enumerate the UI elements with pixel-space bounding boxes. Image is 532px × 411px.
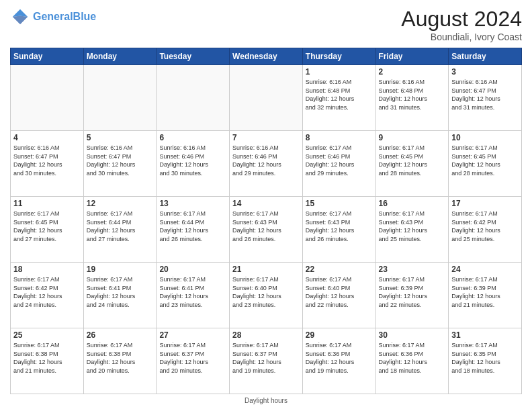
calendar-header-friday: Friday (375, 48, 449, 65)
day-info: Sunrise: 6:17 AM Sunset: 6:38 PM Dayligh… (87, 341, 154, 375)
day-info: Sunrise: 6:17 AM Sunset: 6:43 PM Dayligh… (232, 210, 300, 243)
calendar-cell: 29Sunrise: 6:17 AM Sunset: 6:36 PM Dayli… (302, 328, 375, 394)
day-number: 2 (379, 67, 446, 77)
day-number: 7 (232, 133, 300, 142)
day-info: Sunrise: 6:16 AM Sunset: 6:48 PM Dayligh… (379, 78, 446, 111)
calendar-cell: 1Sunrise: 6:16 AM Sunset: 6:48 PM Daylig… (302, 65, 375, 131)
day-info: Sunrise: 6:17 AM Sunset: 6:38 PM Dayligh… (13, 341, 81, 375)
calendar-week-2: 11Sunrise: 6:17 AM Sunset: 6:45 PM Dayli… (11, 197, 522, 263)
day-info: Sunrise: 6:17 AM Sunset: 6:45 PM Dayligh… (379, 144, 446, 177)
day-info: Sunrise: 6:17 AM Sunset: 6:36 PM Dayligh… (379, 341, 446, 375)
day-number: 20 (159, 265, 226, 274)
day-number: 26 (87, 330, 154, 340)
day-number: 9 (379, 133, 446, 142)
logo-blue: Blue (73, 11, 97, 22)
calendar-cell: 11Sunrise: 6:17 AM Sunset: 6:45 PM Dayli… (11, 197, 84, 263)
day-number: 4 (13, 133, 81, 142)
calendar-cell: 18Sunrise: 6:17 AM Sunset: 6:42 PM Dayli… (11, 263, 84, 328)
calendar-cell: 23Sunrise: 6:17 AM Sunset: 6:39 PM Dayli… (375, 263, 449, 328)
day-info: Sunrise: 6:17 AM Sunset: 6:39 PM Dayligh… (451, 275, 519, 309)
day-number: 10 (451, 133, 519, 142)
day-info: Sunrise: 6:16 AM Sunset: 6:47 PM Dayligh… (13, 144, 81, 177)
day-number: 16 (379, 199, 446, 208)
day-number: 21 (232, 265, 300, 274)
calendar-cell: 26Sunrise: 6:17 AM Sunset: 6:38 PM Dayli… (83, 328, 157, 394)
day-number: 22 (306, 265, 373, 274)
day-number: 27 (159, 330, 226, 340)
day-number: 15 (306, 199, 373, 208)
calendar-cell: 6Sunrise: 6:16 AM Sunset: 6:46 PM Daylig… (157, 131, 230, 197)
calendar-header-tuesday: Tuesday (157, 48, 230, 65)
day-info: Sunrise: 6:17 AM Sunset: 6:46 PM Dayligh… (306, 144, 373, 177)
calendar-cell: 27Sunrise: 6:17 AM Sunset: 6:37 PM Dayli… (157, 328, 230, 394)
calendar-week-4: 25Sunrise: 6:17 AM Sunset: 6:38 PM Dayli… (11, 328, 522, 394)
day-number: 19 (87, 265, 154, 274)
day-info: Sunrise: 6:17 AM Sunset: 6:40 PM Dayligh… (306, 275, 373, 309)
day-number: 23 (379, 265, 446, 274)
day-info: Sunrise: 6:16 AM Sunset: 6:48 PM Dayligh… (306, 78, 373, 111)
calendar-header-wednesday: Wednesday (230, 48, 303, 65)
logo-icon (10, 7, 30, 27)
logo-text: GeneralBlue (33, 11, 96, 23)
calendar-cell: 15Sunrise: 6:17 AM Sunset: 6:43 PM Dayli… (302, 197, 375, 263)
calendar-cell: 10Sunrise: 6:17 AM Sunset: 6:45 PM Dayli… (449, 131, 522, 197)
calendar-cell: 25Sunrise: 6:17 AM Sunset: 6:38 PM Dayli… (11, 328, 84, 394)
calendar-cell: 19Sunrise: 6:17 AM Sunset: 6:41 PM Dayli… (83, 263, 157, 328)
day-info: Sunrise: 6:17 AM Sunset: 6:43 PM Dayligh… (379, 210, 446, 243)
day-number: 3 (451, 67, 519, 77)
logo-general: General (33, 11, 73, 22)
day-number: 30 (379, 330, 446, 340)
day-info: Sunrise: 6:17 AM Sunset: 6:35 PM Dayligh… (451, 341, 519, 375)
day-info: Sunrise: 6:17 AM Sunset: 6:44 PM Dayligh… (159, 210, 226, 243)
day-number: 11 (13, 199, 81, 208)
svg-marker-0 (13, 9, 28, 17)
logo: GeneralBlue (10, 7, 96, 27)
day-number: 17 (451, 199, 519, 208)
location: Boundiali, Ivory Coast (401, 32, 522, 42)
day-number: 25 (13, 330, 81, 340)
day-number: 29 (306, 330, 373, 340)
day-number: 12 (87, 199, 154, 208)
calendar-cell: 20Sunrise: 6:17 AM Sunset: 6:41 PM Dayli… (157, 263, 230, 328)
calendar-header-sunday: Sunday (11, 48, 84, 65)
day-number: 24 (451, 265, 519, 274)
day-number: 18 (13, 265, 81, 274)
day-info: Sunrise: 6:17 AM Sunset: 6:37 PM Dayligh… (159, 341, 226, 375)
calendar-cell: 17Sunrise: 6:17 AM Sunset: 6:42 PM Dayli… (449, 197, 522, 263)
calendar-cell: 5Sunrise: 6:16 AM Sunset: 6:47 PM Daylig… (83, 131, 157, 197)
calendar-header-monday: Monday (83, 48, 157, 65)
day-info: Sunrise: 6:16 AM Sunset: 6:47 PM Dayligh… (87, 144, 154, 177)
page: GeneralBlue August 2024 Boundiali, Ivory… (0, 0, 532, 411)
day-info: Sunrise: 6:17 AM Sunset: 6:41 PM Dayligh… (159, 275, 226, 309)
day-number: 1 (306, 67, 373, 77)
calendar-cell (11, 65, 84, 131)
calendar-cell (83, 65, 157, 131)
header: GeneralBlue August 2024 Boundiali, Ivory… (10, 7, 522, 42)
calendar-cell: 31Sunrise: 6:17 AM Sunset: 6:35 PM Dayli… (449, 328, 522, 394)
calendar-header-saturday: Saturday (449, 48, 522, 65)
day-info: Sunrise: 6:17 AM Sunset: 6:40 PM Dayligh… (232, 275, 300, 309)
calendar-header-thursday: Thursday (302, 48, 375, 65)
calendar-cell: 21Sunrise: 6:17 AM Sunset: 6:40 PM Dayli… (230, 263, 303, 328)
day-info: Sunrise: 6:17 AM Sunset: 6:45 PM Dayligh… (451, 144, 519, 177)
day-info: Sunrise: 6:17 AM Sunset: 6:43 PM Dayligh… (306, 210, 373, 243)
calendar-cell: 28Sunrise: 6:17 AM Sunset: 6:37 PM Dayli… (230, 328, 303, 394)
title-area: August 2024 Boundiali, Ivory Coast (401, 7, 522, 42)
day-number: 14 (232, 199, 300, 208)
calendar-cell: 22Sunrise: 6:17 AM Sunset: 6:40 PM Dayli… (302, 263, 375, 328)
calendar-cell: 8Sunrise: 6:17 AM Sunset: 6:46 PM Daylig… (302, 131, 375, 197)
day-info: Sunrise: 6:16 AM Sunset: 6:46 PM Dayligh… (159, 144, 226, 177)
day-info: Sunrise: 6:17 AM Sunset: 6:36 PM Dayligh… (306, 341, 373, 375)
month-year: August 2024 (401, 7, 522, 32)
day-number: 31 (451, 330, 519, 340)
day-number: 8 (306, 133, 373, 142)
calendar-cell: 4Sunrise: 6:16 AM Sunset: 6:47 PM Daylig… (11, 131, 84, 197)
calendar-cell (157, 65, 230, 131)
svg-marker-1 (13, 16, 28, 25)
calendar-cell: 14Sunrise: 6:17 AM Sunset: 6:43 PM Dayli… (230, 197, 303, 263)
footer-note: Daylight hours (10, 397, 522, 404)
day-number: 5 (87, 133, 154, 142)
day-info: Sunrise: 6:17 AM Sunset: 6:37 PM Dayligh… (232, 341, 300, 375)
calendar-week-1: 4Sunrise: 6:16 AM Sunset: 6:47 PM Daylig… (11, 131, 522, 197)
day-number: 13 (159, 199, 226, 208)
